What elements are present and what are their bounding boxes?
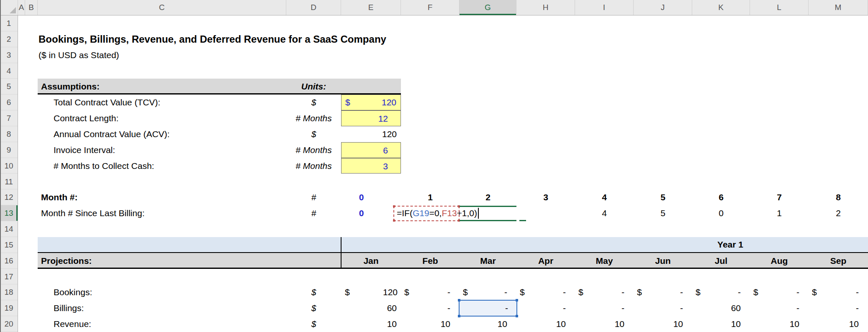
- cell-H20-value[interactable]: 10: [516, 316, 575, 332]
- cell-D18-unit[interactable]: $: [286, 284, 341, 300]
- column-header-G-active[interactable]: G: [460, 0, 516, 15]
- cell-D20-unit[interactable]: $: [286, 316, 341, 332]
- cell-K13-value[interactable]: 0: [692, 205, 750, 221]
- cell-E13-value[interactable]: 0: [341, 205, 401, 221]
- cell-M13-value[interactable]: 2: [809, 205, 868, 221]
- cell-L13-value[interactable]: 1: [750, 205, 809, 221]
- column-header-K[interactable]: K: [692, 0, 750, 15]
- selection-handle[interactable]: [516, 315, 518, 317]
- cell-M18-value[interactable]: $-: [809, 284, 868, 300]
- cell-J19-value[interactable]: -: [634, 300, 692, 316]
- cell-I18-value[interactable]: $-: [575, 284, 634, 300]
- cell-D6-unit[interactable]: $: [286, 94, 341, 110]
- column-header-E[interactable]: E: [341, 0, 401, 15]
- row-header-1[interactable]: 1: [0, 15, 18, 31]
- cell-H12-value[interactable]: 3: [516, 189, 575, 205]
- row-header-11[interactable]: 11: [0, 174, 18, 190]
- cell-M20-value[interactable]: 10: [809, 316, 868, 332]
- row-header-3[interactable]: 3: [0, 47, 18, 63]
- cell-K20-value[interactable]: 10: [692, 316, 750, 332]
- cell-K18-value[interactable]: $-: [692, 284, 750, 300]
- cell-G20-value[interactable]: 10: [460, 316, 516, 332]
- row-header-4[interactable]: 4: [0, 63, 18, 79]
- column-header-C[interactable]: C: [38, 0, 286, 15]
- assumptions-header-band[interactable]: Assumptions: Units:: [38, 79, 401, 94]
- column-header-H[interactable]: H: [516, 0, 575, 15]
- cell-E8-value[interactable]: 120: [341, 126, 401, 142]
- cell-L20-value[interactable]: 10: [750, 316, 809, 332]
- column-header-M[interactable]: M: [809, 0, 868, 15]
- cell-I20-value[interactable]: 10: [575, 316, 634, 332]
- row-header-17[interactable]: 17: [0, 269, 18, 285]
- selection-handle[interactable]: [516, 299, 518, 301]
- cell-D19-unit[interactable]: $: [286, 300, 341, 316]
- sheet-subtitle[interactable]: ($ in USD as Stated): [39, 47, 119, 63]
- cell-J12-value[interactable]: 5: [634, 189, 692, 205]
- cell-E20-value[interactable]: 10: [341, 316, 401, 332]
- cell-E10-input[interactable]: 3: [341, 158, 401, 174]
- select-all-corner[interactable]: [0, 0, 18, 15]
- cell-D7-unit[interactable]: # Months: [286, 110, 341, 126]
- cell-E6-input[interactable]: $ 120: [341, 94, 401, 110]
- referenced-cell-G19-selected[interactable]: -: [459, 300, 517, 317]
- column-header-F[interactable]: F: [401, 0, 460, 15]
- cell-C9-label[interactable]: Invoice Interval:: [38, 142, 286, 158]
- row-header-6[interactable]: 6: [0, 94, 18, 110]
- cell-C19-label[interactable]: Billings:: [38, 300, 286, 316]
- selection-handle[interactable]: [458, 315, 460, 317]
- column-header-B[interactable]: B: [25, 0, 38, 15]
- cell-H19-value[interactable]: -: [516, 300, 575, 316]
- cell-J18-value[interactable]: $-: [634, 284, 692, 300]
- cell-D12-unit[interactable]: #: [286, 189, 341, 205]
- row-header-16[interactable]: 16: [0, 253, 18, 269]
- cell-J13-value[interactable]: 5: [634, 205, 692, 221]
- row-header-15[interactable]: 15: [0, 237, 18, 253]
- row-header-19[interactable]: 19: [0, 300, 18, 316]
- row-header-9[interactable]: 9: [0, 142, 18, 158]
- cell-M19-value[interactable]: -: [809, 300, 868, 316]
- row-header-10[interactable]: 10: [0, 158, 18, 174]
- projections-header-band[interactable]: Projections: Jan Feb Mar Apr May Jun Jul…: [38, 253, 868, 269]
- cell-C8-label[interactable]: Annual Contract Value (ACV):: [38, 126, 286, 142]
- row-header-14[interactable]: 14: [0, 221, 18, 237]
- cell-I13-value[interactable]: 4: [575, 205, 634, 221]
- column-header-A[interactable]: A: [18, 0, 25, 15]
- cell-I19-value[interactable]: -: [575, 300, 634, 316]
- cell-C7-label[interactable]: Contract Length:: [38, 110, 286, 126]
- cell-C12-label[interactable]: Month #:: [38, 189, 286, 205]
- selection-handle[interactable]: [458, 299, 460, 301]
- row-header-20[interactable]: 20: [0, 316, 18, 332]
- cell-C20-label[interactable]: Revenue:: [38, 316, 286, 332]
- cell-F20-value[interactable]: 10: [401, 316, 460, 332]
- cell-K19-value[interactable]: 60: [692, 300, 750, 316]
- cell-I12-value[interactable]: 4: [575, 189, 634, 205]
- row-header-8[interactable]: 8: [0, 126, 18, 142]
- column-header-I[interactable]: I: [575, 0, 634, 15]
- cell-D8-unit[interactable]: $: [286, 126, 341, 142]
- cell-G18-value[interactable]: $-: [460, 284, 516, 300]
- column-header-L[interactable]: L: [750, 0, 809, 15]
- cell-F18-value[interactable]: $-: [401, 284, 460, 300]
- column-header-D[interactable]: D: [286, 0, 341, 15]
- cell-F19-value[interactable]: -: [401, 300, 460, 316]
- cell-D10-unit[interactable]: # Months: [286, 158, 341, 174]
- cell-L12-value[interactable]: 7: [750, 189, 809, 205]
- cell-F12-value[interactable]: 1: [401, 189, 460, 205]
- cell-C10-label[interactable]: # Months to Collect Cash:: [38, 158, 286, 174]
- cell-E19-value[interactable]: 60: [341, 300, 401, 316]
- row-header-2[interactable]: 2: [0, 31, 18, 47]
- sheet-title[interactable]: Bookings, Billings, Revenue, and Deferre…: [39, 31, 386, 47]
- cell-G12-value[interactable]: 2: [460, 189, 516, 205]
- cell-D9-unit[interactable]: # Months: [286, 142, 341, 158]
- row-header-13-active[interactable]: 13: [0, 205, 18, 221]
- row-header-5[interactable]: 5: [0, 79, 18, 94]
- cell-C13-label[interactable]: Month # Since Last Billing:: [38, 205, 286, 221]
- cell-D13-unit[interactable]: #: [286, 205, 341, 221]
- column-header-J[interactable]: J: [634, 0, 692, 15]
- cell-J20-value[interactable]: 10: [634, 316, 692, 332]
- cell-C6-label[interactable]: Total Contract Value (TCV):: [38, 94, 286, 110]
- cell-E18-value[interactable]: $ 120: [341, 284, 401, 300]
- cell-L19-value[interactable]: -: [750, 300, 809, 316]
- cell-C18-label[interactable]: Bookings:: [38, 284, 286, 300]
- cell-H18-value[interactable]: $-: [516, 284, 575, 300]
